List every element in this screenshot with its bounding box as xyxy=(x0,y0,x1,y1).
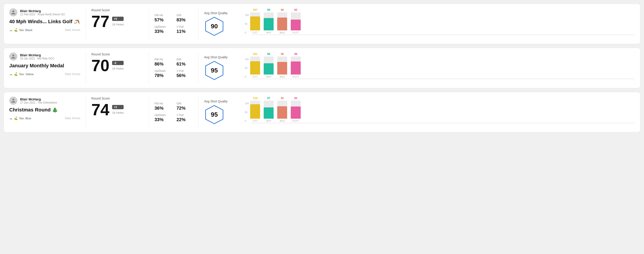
chart-section: 100 50 0 110 OTT 87 xyxy=(239,97,635,128)
bar-group: 96 ARG xyxy=(277,52,287,78)
gir-stat: GIR 72% xyxy=(176,102,193,111)
bar-bg xyxy=(250,101,260,119)
bar-x-label: APP xyxy=(266,31,271,34)
avatar xyxy=(9,8,17,16)
round-footer: ☁ ⛳ Tee: Black Data: Arccos xyxy=(9,28,80,32)
bar-top-value: 87 xyxy=(267,97,270,100)
chart-section: 100 50 0 107 OTT 95 xyxy=(239,8,635,39)
fw-hit-stat: FW Hit 86% xyxy=(154,58,171,67)
hexagon: 90 xyxy=(204,16,224,36)
player-meta: 12 Feb 2022 · Royal North Devon GC xyxy=(20,13,65,16)
updown-stat: Up/Down 33% xyxy=(154,114,171,122)
holes-label: 18 Holes xyxy=(112,23,124,26)
gir-value: 61% xyxy=(176,61,193,67)
bar-top-value: 93 xyxy=(294,97,297,100)
big-score: 74 xyxy=(91,102,110,118)
tee-info: ☁ ⛳ Tee: Yellow xyxy=(9,72,34,76)
y-axis: 100 50 0 xyxy=(245,14,249,34)
score-section: Round Score 74 +2 18 Holes xyxy=(86,97,149,128)
round-title: Christmas Round 🎄 xyxy=(9,107,80,113)
tee-label: Tee: Yellow xyxy=(19,73,34,76)
tee-label: Tee: Black xyxy=(19,28,32,32)
chart-baseline xyxy=(252,123,635,123)
bar-top-value: 98 xyxy=(281,8,284,11)
updown-value: 33% xyxy=(154,29,171,34)
bar-fill xyxy=(291,107,301,119)
round-card: Blair McHarg 27 Dec 2021 · The Oxfordshi… xyxy=(4,92,640,132)
bar-bg xyxy=(277,12,287,30)
player-info: Blair McHarg 27 Dec 2021 · The Oxfordshi… xyxy=(20,97,57,104)
y-label-100: 100 xyxy=(245,58,249,61)
round-footer: ☁ ⛳ Tee: Blue Data: Arccos xyxy=(9,117,80,120)
chart-section: 100 50 0 101 OTT 86 xyxy=(239,52,635,84)
y-label-0: 0 xyxy=(245,75,249,78)
bag-icon: ⛳ xyxy=(14,28,18,32)
bar-x-label: PUTT xyxy=(292,120,299,122)
y-label-0: 0 xyxy=(245,31,249,34)
y-label-50: 50 xyxy=(245,22,249,25)
left-section: Blair McHarg 29 Jan 2022 · Mill Ride GCC… xyxy=(9,52,86,84)
player-name: Blair McHarg xyxy=(20,97,57,101)
bar-x-label: PUTT xyxy=(292,31,299,34)
bar-group: 93 PUTT xyxy=(291,97,301,122)
bar-bg xyxy=(250,12,260,30)
avatar xyxy=(9,97,17,105)
chart-baseline xyxy=(252,79,635,79)
hexagon: 95 xyxy=(204,60,224,81)
bar-fill xyxy=(291,61,301,75)
hexagon: 95 xyxy=(204,105,224,125)
round-title: 40 Mph Winds... Links Golf 🪃 xyxy=(9,19,80,24)
score-details: -2 18 Holes xyxy=(112,61,124,70)
score-row: 77 +5 18 Holes xyxy=(91,13,144,29)
updown-stat: Up/Down 78% xyxy=(154,69,171,78)
bar-bg xyxy=(291,101,301,119)
bar-fill xyxy=(264,107,274,119)
fw-hit-stat: FW Hit 36% xyxy=(154,102,171,111)
bar-fill xyxy=(291,20,301,30)
updown-label: Up/Down xyxy=(154,69,171,73)
tee-label: Tee: Blue xyxy=(19,117,31,120)
fw-hit-value: 36% xyxy=(154,106,171,111)
round-card: Blair McHarg 29 Jan 2022 · Mill Ride GCC… xyxy=(4,48,640,88)
gir-label: GIR xyxy=(176,102,193,105)
bar-fill xyxy=(250,104,260,119)
oneputt-value: 22% xyxy=(176,117,193,122)
y-label-0: 0 xyxy=(245,120,249,122)
user-icon xyxy=(11,10,16,15)
chart-baseline xyxy=(252,35,635,35)
data-source: Data: Arccos xyxy=(65,28,80,31)
bar-x-label: APP xyxy=(266,75,271,78)
bar-bg xyxy=(264,12,274,30)
player-name: Blair McHarg xyxy=(20,53,54,57)
bar-chart: 100 50 0 107 OTT 95 xyxy=(245,8,635,39)
quality-section: Avg Shot Quality 95 xyxy=(199,52,239,84)
bar-chart: 100 50 0 110 OTT 87 xyxy=(245,97,635,128)
big-score: 70 xyxy=(91,57,110,74)
tee-info: ☁ ⛳ Tee: Black xyxy=(9,28,32,32)
round-title: January Monthly Medal xyxy=(9,63,80,69)
avg-shot-quality-label: Avg Shot Quality xyxy=(204,11,228,15)
quality-section: Avg Shot Quality 90 xyxy=(199,8,239,39)
tee-info: ☁ ⛳ Tee: Blue xyxy=(9,117,31,120)
player-info: Blair McHarg 29 Jan 2022 · Mill Ride GCC xyxy=(20,53,54,60)
player-info: Blair McHarg 12 Feb 2022 · Royal North D… xyxy=(20,9,65,16)
score-details: +2 18 Holes xyxy=(112,105,124,114)
bar-group: 95 APP xyxy=(264,8,274,34)
fw-hit-label: FW Hit xyxy=(154,58,171,61)
bar-fill xyxy=(277,17,287,30)
score-row: 74 +2 18 Holes xyxy=(91,102,144,118)
stats-section: FW Hit 36% GIR 72% Up/Down 33% 1 Putt 22… xyxy=(149,97,199,128)
round-footer: ☁ ⛳ Tee: Yellow Data: Arccos xyxy=(9,72,80,76)
bar-top-value: 99 xyxy=(294,52,297,56)
bar-chart: 100 50 0 101 OTT 86 xyxy=(245,52,635,84)
y-label-100: 100 xyxy=(245,102,249,105)
quality-section: Avg Shot Quality 95 xyxy=(199,97,239,128)
bar-top-value: 107 xyxy=(253,8,257,11)
round-score-label: Round Score xyxy=(91,52,144,56)
oneputt-stat: 1 Putt 11% xyxy=(176,25,193,34)
bar-group: 82 PUTT xyxy=(291,8,301,34)
updown-stat: Up/Down 33% xyxy=(154,25,171,34)
player-meta: 29 Jan 2022 · Mill Ride GCC xyxy=(20,57,54,60)
bar-fill xyxy=(277,62,287,75)
avg-shot-quality-label: Avg Shot Quality xyxy=(204,100,228,103)
